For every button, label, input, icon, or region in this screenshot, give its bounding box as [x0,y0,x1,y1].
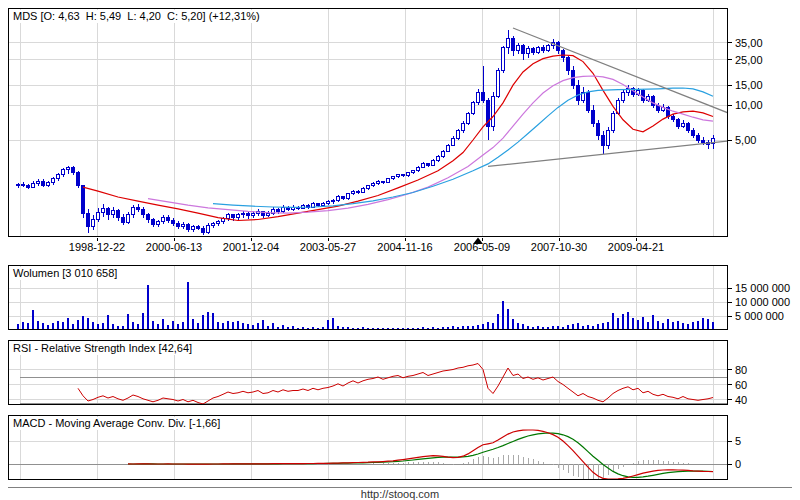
price-panel [8,8,728,237]
price-panel-title: MDS [O: 4,63 H: 5,49 L: 4,20 C: 5,20] (+… [11,10,262,23]
volume-y-tick-label: 15 000 000 [735,282,790,294]
rsi-y-tick-label: 60 [735,379,747,391]
price-y-tick-label: 10,00 [735,99,763,111]
stooq-chart-page: MDS [O: 4,63 H: 5,49 L: 4,20 C: 5,20] (+… [0,0,800,500]
date-tick-label: 2003-05-27 [293,241,363,253]
date-tick-label: 2007-10-30 [524,241,594,253]
price-y-tick-label: 5,00 [735,134,756,146]
date-tick-label: 2006-05-09 [447,241,517,253]
date-tick-label: 2000-06-13 [139,241,209,253]
macd-y-tick-label: 5 [735,435,741,447]
date-tick-label: 2001-12-04 [216,241,286,253]
price-y-tick-label: 35,00 [735,37,763,49]
rsi-y-tick-label: 40 [735,394,747,406]
rsi-panel-title: RSI - Relative Strength Index [42,64] [11,342,194,355]
macd-y-tick-label: 0 [735,458,741,470]
volume-panel-title: Wolumen [3 010 658] [11,267,119,280]
date-tick-label: 2004-11-16 [370,241,440,253]
volume-y-tick-label: 10 000 000 [735,296,790,308]
date-tick-label: 1998-12-22 [62,241,132,253]
macd-panel-title: MACD - Moving Average Conv. Div. [-1,66] [11,417,222,430]
volume-y-tick-label: 5 000 000 [735,310,784,322]
price-y-tick-label: 15,00 [735,79,763,91]
date-tick-label: 2009-04-21 [601,241,671,253]
rsi-y-tick-label: 80 [735,364,747,376]
price-y-tick-label: 25,00 [735,54,763,66]
footer-link[interactable]: http://stooq.com [0,488,800,500]
